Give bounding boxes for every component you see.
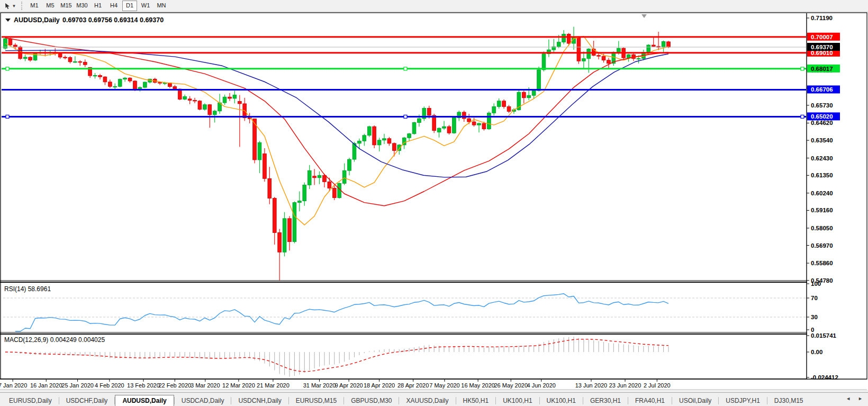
candle-body xyxy=(542,54,546,70)
candle-body xyxy=(103,77,107,82)
tab-scroll-left-arrow[interactable]: ◄ xyxy=(846,396,851,401)
candle xyxy=(452,116,456,133)
level-drag-handle[interactable] xyxy=(801,115,804,118)
candle-body xyxy=(637,58,640,59)
candle-body xyxy=(228,97,232,98)
time-tick-label: 7 Jan 2020 xyxy=(0,382,27,389)
candle-body xyxy=(502,101,506,107)
level-price-label-0.65020-text: 0.65020 xyxy=(811,113,833,120)
tab-scroll-right-arrow[interactable]: ► xyxy=(858,396,863,401)
chart-tab-usdcnh-daily[interactable]: USDCNH,Daily xyxy=(231,395,288,406)
candle-body xyxy=(78,61,82,62)
chart-tab-hk50-h1[interactable]: HK50,H1 xyxy=(456,395,496,406)
level-drag-handle[interactable] xyxy=(6,67,9,70)
chart-tab-usoil-daily[interactable]: USOil,Daily xyxy=(672,395,718,406)
crosshair-pointer-icon xyxy=(4,3,11,10)
level-drag-handle[interactable] xyxy=(6,115,9,118)
level-drag-handle[interactable] xyxy=(404,67,407,70)
chart-tab-eurusd-m15[interactable]: EURUSD,M15 xyxy=(289,395,343,406)
candle-body xyxy=(432,115,436,131)
timeframe-button-m15[interactable]: M15 xyxy=(59,1,74,11)
timeframe-button-m30[interactable]: M30 xyxy=(75,1,89,11)
candle-body xyxy=(367,127,371,136)
chart-tab-fra40-h1[interactable]: FRA40,H1 xyxy=(628,395,672,406)
timeframe-button-d1[interactable]: D1 xyxy=(122,1,137,11)
time-tick-label: 13 Feb 2020 xyxy=(127,382,160,389)
candle xyxy=(203,103,206,111)
time-tick-label: 12 Mar 2020 xyxy=(222,382,255,389)
candle-body xyxy=(452,118,456,133)
price-tick-label: 0.61350 xyxy=(811,172,833,178)
candle-body xyxy=(208,105,212,115)
candle-body xyxy=(662,41,665,47)
timeframe-button-w1[interactable]: W1 xyxy=(138,1,153,11)
chart-tab-eurusd-daily[interactable]: EURUSD,Daily xyxy=(2,395,59,406)
candle-body xyxy=(497,101,501,107)
chart-tab-usdcad-daily[interactable]: USDCAD,Daily xyxy=(175,395,231,406)
timeframe-button-m5[interactable]: M5 xyxy=(43,1,58,11)
candle-body xyxy=(647,45,650,52)
chart-window: AUDUSD,Daily0.69703 0.69756 0.69314 0.69… xyxy=(0,12,868,392)
chart-tab-uk100-h1[interactable]: UK100,H1 xyxy=(540,395,583,406)
level-price-label-0.66706: 0.66706 xyxy=(807,85,840,93)
level-drag-handle[interactable] xyxy=(404,115,407,118)
candle-body xyxy=(667,42,671,47)
candle-body xyxy=(233,95,237,98)
crosshair-tool-button[interactable]: ▼ xyxy=(2,1,18,11)
candle-body xyxy=(273,198,276,232)
chart-title: AUDUSD,Daily0.69703 0.69756 0.69314 0.69… xyxy=(5,16,164,24)
candle-body xyxy=(113,86,117,87)
timeframe-button-mn[interactable]: MN xyxy=(154,1,169,11)
candle-body xyxy=(427,108,431,115)
candle-body xyxy=(328,182,331,188)
candle-body xyxy=(183,96,187,99)
candle-body xyxy=(607,60,611,64)
chart-tab-uk100-h1[interactable]: UK100,H1 xyxy=(496,395,539,406)
macd-axis-label: 0.015741 xyxy=(811,332,837,339)
candle-body xyxy=(297,201,301,203)
level-drag-handle[interactable] xyxy=(801,67,804,70)
time-tick-label: 9 Apr 2020 xyxy=(335,382,363,389)
candle-body xyxy=(283,219,286,252)
level-price-label-0.65020: 0.65020 xyxy=(807,112,840,120)
symbol-title-text: AUDUSD,Daily xyxy=(14,16,60,24)
time-tick-label: 2 Jul 2020 xyxy=(644,382,671,389)
candle-body xyxy=(168,83,171,87)
chart-tab-ger30-h1[interactable]: GER30,H1 xyxy=(583,395,628,406)
chart-tab-dj30-m15[interactable]: DJ30,M15 xyxy=(767,395,810,406)
candle xyxy=(537,67,541,92)
candle-body xyxy=(582,59,585,61)
candle-body xyxy=(108,82,112,86)
candle-body xyxy=(442,127,446,128)
time-tick-label: 3 Mar 2020 xyxy=(191,382,220,389)
candle-body xyxy=(562,34,566,42)
candle-body xyxy=(303,185,306,201)
candle-body xyxy=(158,83,162,83)
price-tick-label: 0.56970 xyxy=(811,242,833,249)
rsi-axis-label: 100 xyxy=(811,281,821,287)
candle-body xyxy=(178,89,182,99)
chart-tab-bar: EURUSD,DailyUSDCHF,DailyAUDUSD,DailyUSDC… xyxy=(0,392,868,406)
candle-body xyxy=(143,82,147,87)
candle-body xyxy=(203,105,206,110)
chart-tab-usdjpy-h1[interactable]: USDJPY,H1 xyxy=(719,395,766,406)
chart-tab-xauusd-daily[interactable]: XAUUSD,Daily xyxy=(399,395,455,406)
chart-tab-gbpusd-m30[interactable]: GBPUSD,M30 xyxy=(344,395,399,406)
price-tick-label: 0.71190 xyxy=(811,15,833,21)
candle-body xyxy=(527,95,531,98)
candle-body xyxy=(188,99,192,101)
timeframe-button-h4[interactable]: H4 xyxy=(106,1,121,11)
candle-body xyxy=(342,170,346,183)
candle-body xyxy=(83,62,87,65)
chart-tab-audusd-daily[interactable]: AUDUSD,Daily xyxy=(115,395,174,406)
time-tick-label: 31 Mar 2020 xyxy=(303,382,336,389)
candle-body xyxy=(377,140,381,145)
candle xyxy=(487,111,491,130)
candle xyxy=(293,202,296,243)
timeframe-button-m1[interactable]: M1 xyxy=(27,1,42,11)
chart-tab-usdchf-daily[interactable]: USDCHF,Daily xyxy=(59,395,115,406)
time-tick-label: 22 Feb 2020 xyxy=(158,382,191,389)
time-tick-label: 4 Jun 2020 xyxy=(527,382,556,389)
price-tick-label: 0.62430 xyxy=(811,155,833,161)
timeframe-button-h1[interactable]: H1 xyxy=(91,1,105,11)
